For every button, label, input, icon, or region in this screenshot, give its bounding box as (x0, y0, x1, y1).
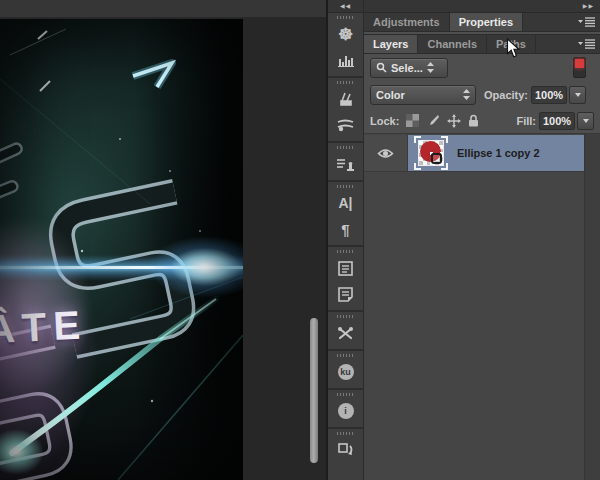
tab-channels-label: Channels (427, 38, 477, 50)
navigator-icon: ☸ (338, 26, 353, 43)
canvas-vignette (0, 19, 243, 480)
panel-dock: ◀◀ ▶▶ ☸ (328, 0, 600, 480)
lock-all-button[interactable] (468, 114, 479, 127)
brush-presets-panel-button[interactable] (328, 112, 363, 138)
document-canvas[interactable]: ÂTE (0, 19, 243, 480)
panel-menu-icon (578, 39, 595, 49)
layer-filter-row: Sele... (364, 54, 600, 81)
eye-icon (377, 147, 394, 160)
opacity-dropdown-button[interactable] (569, 86, 586, 104)
collapse-icon-strip-button[interactable]: ◀◀ (328, 0, 364, 12)
character-icon: A| (338, 196, 352, 210)
paragraph-styles-panel-button[interactable] (328, 281, 363, 307)
brush-icon (338, 91, 354, 107)
layers-list[interactable]: Ellipse 1 copy 2 (364, 134, 600, 480)
panel-group-drag-handle[interactable] (337, 146, 355, 149)
properties-tab-bar: Adjustments Properties (364, 13, 600, 32)
fill-label: Fill: (516, 115, 536, 127)
layer-filter-value: Sele... (391, 62, 423, 74)
layer-visibility-toggle[interactable] (364, 135, 408, 171)
opacity-label: Opacity: (484, 89, 528, 101)
updown-arrows-icon (427, 62, 434, 73)
panel-group-drag-handle[interactable] (337, 250, 355, 253)
mouse-cursor (506, 38, 521, 63)
layer-filter-on-off-toggle[interactable] (573, 57, 586, 78)
panel-group-drag-handle[interactable] (337, 315, 355, 318)
paragraph-styles-icon (338, 287, 353, 302)
move-lock-icon (447, 114, 461, 128)
blend-mode-value: Color (376, 89, 405, 101)
layers-tab-bar: Layers Channels Paths (364, 35, 600, 54)
selected-layer-highlight[interactable]: Ellipse 1 copy 2 (408, 135, 584, 171)
panel-group-drag-handle[interactable] (337, 432, 355, 435)
layer-filter-type-select[interactable]: Sele... (370, 58, 448, 78)
tab-properties-label: Properties (459, 16, 513, 28)
tab-adjustments[interactable]: Adjustments (364, 13, 450, 31)
panel-group-drag-handle[interactable] (337, 354, 355, 357)
character-styles-panel-button[interactable] (328, 255, 363, 281)
history-panel-button[interactable] (328, 437, 363, 463)
layers-panel: Sele... Color Opacity: 100% (364, 54, 600, 480)
lock-transparency-button[interactable] (406, 114, 419, 127)
panel-group-drag-handle[interactable] (337, 16, 355, 19)
navigator-panel-button[interactable]: ☸ (328, 21, 363, 47)
brush-lock-icon (426, 114, 440, 127)
brush-panel-button[interactable] (328, 86, 363, 112)
character-styles-icon (338, 261, 353, 276)
kuler-panel-button[interactable]: ku (328, 359, 363, 385)
collapse-dock-button[interactable]: ▶▶ (364, 0, 600, 12)
fill-value-field[interactable]: 100% (539, 112, 575, 130)
vector-path-outline (431, 153, 442, 164)
blend-opacity-row: Color Opacity: 100% (364, 81, 600, 108)
panel-menu-icon (578, 17, 595, 27)
panel-group-drag-handle[interactable] (337, 185, 355, 188)
padlock-icon (468, 114, 479, 127)
search-icon (376, 62, 387, 73)
panel-group-drag-handle[interactable] (337, 81, 355, 84)
info-panel-button[interactable]: i (328, 398, 363, 424)
lock-transparency-icon (406, 114, 419, 127)
fill-dropdown-button[interactable] (577, 112, 594, 130)
clone-source-panel-button[interactable] (328, 151, 363, 177)
lock-position-button[interactable] (447, 114, 461, 128)
layer-thumbnail[interactable] (415, 137, 447, 169)
collapse-left-icon: ◀◀ (340, 3, 351, 9)
filter-toggle-indicator (575, 59, 584, 68)
blend-mode-select[interactable]: Color (370, 85, 476, 105)
tab-layers-label: Layers (373, 38, 408, 50)
lock-pixels-button[interactable] (426, 114, 440, 127)
histogram-panel-button[interactable] (328, 47, 363, 73)
dock-header: ◀◀ ▶▶ (328, 0, 600, 13)
opacity-value: 100% (535, 89, 563, 101)
photoshop-window: ÂTE ◀◀ ▶▶ ☸ (0, 0, 600, 480)
clone-source-icon (337, 157, 354, 172)
canvas-vertical-scrollbar-thumb[interactable] (310, 318, 318, 463)
properties-panel-menu-button[interactable] (578, 17, 595, 27)
layer-name[interactable]: Ellipse 1 copy 2 (457, 147, 540, 159)
fill-value: 100% (543, 115, 571, 127)
history-icon (338, 442, 354, 458)
layers-list-scroll-track[interactable] (584, 134, 600, 480)
layer-row[interactable]: Ellipse 1 copy 2 (364, 135, 584, 172)
dropdown-arrow-icon (575, 93, 581, 97)
opacity-value-field[interactable]: 100% (531, 86, 567, 104)
paragraph-icon: ¶ (341, 222, 349, 237)
info-icon: i (338, 403, 354, 419)
tab-properties[interactable]: Properties (450, 13, 523, 31)
collapse-right-icon: ▶▶ (583, 3, 594, 9)
document-top-bar (0, 0, 326, 18)
panel-group-drag-handle[interactable] (337, 393, 355, 396)
layers-panel-menu-button[interactable] (578, 39, 595, 49)
brush-presets-icon (337, 118, 355, 132)
panel-stack: Adjustments Properties Layers Channels (364, 13, 600, 480)
kuler-icon: ku (338, 364, 354, 380)
character-panel-button[interactable]: A| (328, 190, 363, 216)
paragraph-panel-button[interactable]: ¶ (328, 216, 363, 242)
panel-icon-strip: ☸ (328, 13, 364, 480)
lock-fill-row: Lock: Fill: 100% (364, 108, 600, 134)
tab-channels[interactable]: Channels (418, 35, 487, 53)
lock-label: Lock: (370, 115, 399, 127)
tab-layers[interactable]: Layers (364, 35, 418, 53)
cursor-arrow-icon (506, 38, 521, 59)
tool-presets-panel-button[interactable] (328, 320, 363, 346)
